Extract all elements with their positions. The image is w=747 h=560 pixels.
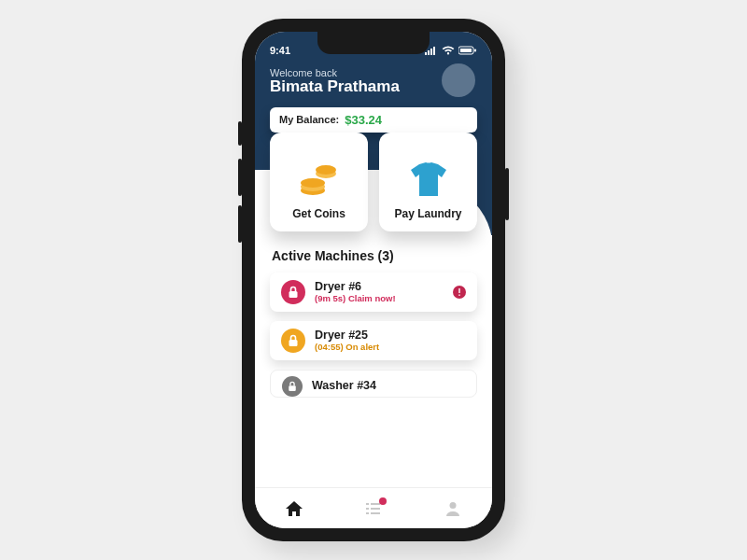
svg-rect-13: [458, 288, 459, 293]
battery-icon: [458, 46, 477, 55]
phone-device-frame: 9:41 Welcome back Bimata Prathama My Bal…: [242, 19, 505, 541]
machine-item-dryer-25[interactable]: Dryer #25 (04:55) On alert: [270, 321, 477, 360]
svg-point-9: [301, 178, 325, 188]
machine-item-dryer-6[interactable]: Dryer #6 (9m 5s) Claim now!: [270, 273, 477, 312]
phone-screen: 9:41 Welcome back Bimata Prathama My Bal…: [255, 32, 492, 528]
tab-home[interactable]: [275, 494, 313, 524]
svg-rect-2: [430, 49, 432, 55]
status-time: 9:41: [270, 45, 290, 56]
avatar[interactable]: [442, 63, 475, 97]
status-icons: [425, 46, 477, 55]
notification-dot-icon: [379, 497, 387, 505]
tshirt-icon: [405, 159, 452, 200]
svg-rect-21: [366, 512, 369, 514]
phone-side-button: [238, 159, 242, 196]
balance-label: My Balance:: [279, 114, 339, 125]
user-icon: [444, 500, 461, 517]
phone-side-button: [505, 168, 509, 220]
machine-name: Dryer #6: [315, 281, 396, 294]
svg-rect-22: [371, 512, 380, 514]
content-area: Get Coins Pay Laundry Active Machines (3…: [255, 133, 492, 487]
svg-rect-0: [425, 52, 427, 55]
svg-rect-14: [458, 295, 459, 296]
alert-icon: [453, 286, 466, 299]
machine-item-washer-34[interactable]: Washer #34: [270, 370, 477, 398]
tab-profile[interactable]: [434, 494, 472, 524]
phone-side-button: [238, 121, 242, 146]
svg-rect-5: [460, 49, 472, 52]
home-icon: [285, 500, 303, 517]
machine-status: (9m 5s) Claim now!: [315, 294, 396, 303]
balance-card[interactable]: My Balance: $33.24: [270, 107, 477, 133]
coins-icon: [296, 159, 343, 200]
lock-icon: [282, 376, 303, 397]
svg-rect-3: [433, 47, 435, 55]
pay-laundry-label: Pay Laundry: [394, 207, 461, 220]
lock-icon: [281, 329, 305, 353]
get-coins-label: Get Coins: [292, 207, 345, 220]
svg-rect-1: [428, 50, 430, 55]
svg-rect-17: [366, 503, 369, 505]
machine-status: (04:55) On alert: [315, 343, 379, 352]
svg-rect-6: [474, 49, 476, 52]
machine-name: Dryer #25: [315, 329, 379, 343]
svg-point-11: [316, 165, 336, 175]
tab-bar: [255, 487, 492, 528]
svg-point-23: [449, 502, 456, 509]
get-coins-card[interactable]: Get Coins: [270, 133, 368, 231]
machine-name: Washer #34: [312, 380, 376, 393]
pay-laundry-card[interactable]: Pay Laundry: [379, 133, 477, 231]
wifi-icon: [442, 46, 455, 55]
phone-notch: [317, 32, 430, 54]
svg-rect-12: [289, 291, 298, 298]
svg-rect-15: [289, 340, 298, 346]
balance-amount: $33.24: [345, 113, 382, 127]
tab-activity[interactable]: [355, 494, 392, 524]
svg-rect-19: [366, 508, 369, 510]
lock-icon: [281, 280, 305, 304]
phone-side-button: [238, 205, 242, 243]
active-machines-title: Active Machines (3): [272, 248, 475, 263]
svg-rect-16: [289, 385, 296, 391]
svg-rect-20: [371, 508, 380, 510]
